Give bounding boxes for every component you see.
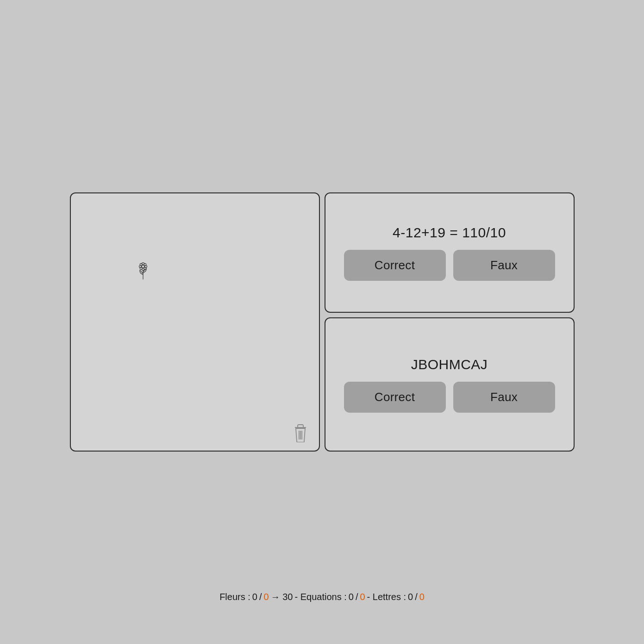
right-panel: 4-12+19 = 110/10 Correct Faux JBOHMCAJ C…: [325, 192, 575, 452]
equation-correct-button[interactable]: Correct: [344, 250, 446, 281]
letters-card: JBOHMCAJ Correct Faux: [325, 317, 575, 452]
lettres-sep: /: [415, 592, 418, 602]
lettres-label: - Lettres :: [367, 592, 406, 602]
equation-faux-button[interactable]: Faux: [453, 250, 555, 281]
main-container: 4-12+19 = 110/10 Correct Faux JBOHMCAJ C…: [70, 192, 575, 452]
equations-sep: /: [356, 592, 358, 602]
status-bar: Fleurs : 0 / 0 → 30 - Equations : 0 / 0 …: [219, 592, 425, 602]
flower-icon: [136, 262, 150, 279]
letters-question: JBOHMCAJ: [411, 357, 488, 372]
letters-correct-button[interactable]: Correct: [344, 382, 446, 413]
equations-total: 0: [360, 592, 365, 602]
equations-current: 0: [349, 592, 354, 602]
letters-buttons: Correct Faux: [335, 382, 564, 413]
letters-faux-button[interactable]: Faux: [453, 382, 555, 413]
equation-buttons: Correct Faux: [335, 250, 564, 281]
lettres-current: 0: [408, 592, 413, 602]
fleurs-sep: /: [259, 592, 262, 602]
equations-label: - Equations :: [294, 592, 346, 602]
equation-card: 4-12+19 = 110/10 Correct Faux: [325, 192, 575, 313]
fleurs-total: 0: [264, 592, 269, 602]
fleurs-label: Fleurs :: [219, 592, 250, 602]
left-panel: [70, 192, 320, 452]
equation-question: 4-12+19 = 110/10: [393, 225, 506, 241]
fleurs-arrow: → 30: [271, 592, 293, 602]
lettres-total: 0: [419, 592, 425, 602]
trash-icon: [292, 424, 309, 440]
fleurs-current: 0: [252, 592, 257, 602]
